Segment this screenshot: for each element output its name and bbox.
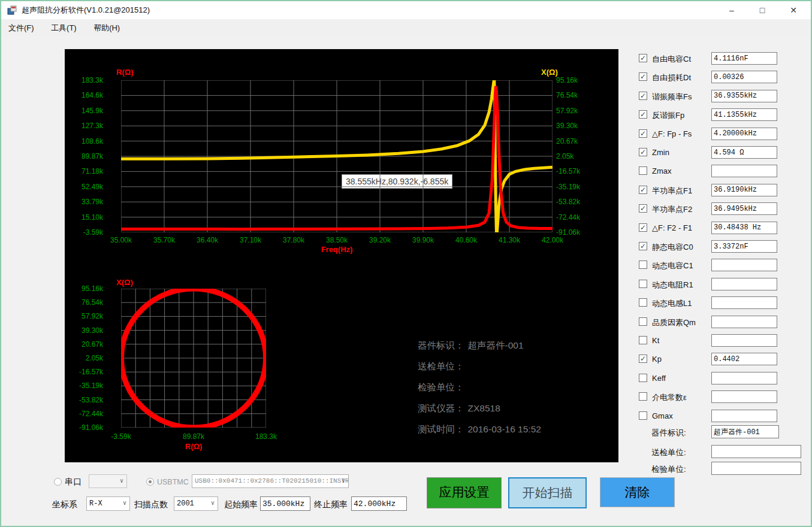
result-checkbox[interactable] bbox=[639, 166, 647, 175]
inspector-unit-input[interactable] bbox=[711, 462, 801, 475]
axis-tick-label: 183.3k bbox=[65, 76, 103, 84]
serial-port-select[interactable]: ∨ bbox=[89, 474, 127, 488]
menu-item-tools[interactable]: 工具(T) bbox=[44, 19, 84, 37]
result-value-input[interactable] bbox=[711, 240, 777, 253]
axis-tick-label: -72.44k bbox=[556, 213, 592, 222]
axis-tick-label: -16.57k bbox=[65, 368, 103, 376]
result-label: 品质因素Qm bbox=[652, 317, 696, 328]
result-checkbox[interactable]: ✓ bbox=[639, 72, 647, 81]
result-checkbox[interactable] bbox=[639, 374, 647, 382]
result-value-input[interactable] bbox=[711, 410, 777, 422]
result-value-input[interactable] bbox=[711, 222, 777, 234]
result-value-input[interactable] bbox=[711, 128, 777, 140]
usbtmc-address-select[interactable]: USB0::0x0471::0x2786::T020215010::INSTR∨ bbox=[192, 474, 349, 488]
title-bar: 超声阻抗分析软件(V1.0.21@201512) – □ ✕ bbox=[1, 1, 811, 19]
circle-chart[interactable] bbox=[121, 289, 266, 428]
sweep-points-select[interactable]: 2001∨ bbox=[174, 496, 218, 511]
axis-tick-label: 52.49k bbox=[65, 183, 103, 191]
result-checkbox[interactable] bbox=[639, 336, 647, 344]
axis-tick-label: 95.16k bbox=[556, 76, 592, 84]
result-checkbox[interactable]: ✓ bbox=[639, 242, 647, 250]
result-value-input[interactable] bbox=[711, 146, 777, 159]
result-value-input[interactable] bbox=[711, 259, 777, 271]
clear-button[interactable]: 清除 bbox=[600, 477, 675, 507]
usbtmc-radio[interactable] bbox=[146, 478, 154, 486]
result-label: 半功率点F1 bbox=[652, 186, 692, 196]
result-value-input[interactable] bbox=[711, 108, 777, 121]
result-label: 自由电容Ct bbox=[652, 54, 691, 65]
result-value-input[interactable] bbox=[711, 296, 777, 309]
sender-unit-input[interactable] bbox=[711, 445, 801, 458]
result-checkbox[interactable] bbox=[639, 280, 647, 288]
minimize-button[interactable]: – bbox=[717, 1, 747, 19]
result-value-input[interactable] bbox=[711, 71, 777, 83]
result-checkbox[interactable] bbox=[639, 261, 647, 269]
axis-tick-label: 41.30k bbox=[488, 236, 531, 244]
close-button[interactable]: ✕ bbox=[778, 1, 808, 19]
serial-radio[interactable] bbox=[54, 478, 62, 486]
result-label: 静态电容C0 bbox=[652, 242, 693, 253]
result-checkbox[interactable]: ✓ bbox=[639, 223, 647, 232]
impedance-chart[interactable] bbox=[121, 80, 553, 232]
menu-item-help[interactable]: 帮助(H) bbox=[86, 19, 127, 37]
info-sender-unit: 送检单位： bbox=[418, 360, 541, 381]
chevron-down-icon: ∨ bbox=[123, 497, 126, 510]
result-checkbox[interactable]: ✓ bbox=[639, 204, 647, 213]
info-instrument: 测试仪器：ZX8518 bbox=[418, 402, 541, 423]
result-value-input[interactable] bbox=[711, 372, 777, 384]
result-checkbox[interactable]: ✓ bbox=[639, 355, 647, 363]
app-window: 超声阻抗分析软件(V1.0.21@201512) – □ ✕ 文件(F) 工具(… bbox=[0, 0, 812, 527]
stop-freq-input[interactable] bbox=[351, 496, 407, 511]
axis-tick-label: -3.59k bbox=[97, 432, 145, 441]
result-checkbox[interactable]: ✓ bbox=[639, 148, 647, 156]
start-scan-button[interactable]: 开始扫描 bbox=[508, 477, 587, 508]
result-checkbox[interactable]: ✓ bbox=[639, 186, 647, 194]
coord-system-select[interactable]: R-X∨ bbox=[86, 496, 130, 511]
menu-item-file[interactable]: 文件(F) bbox=[1, 19, 41, 37]
result-checkbox[interactable]: ✓ bbox=[639, 54, 647, 62]
sweep-points-label: 扫描点数 bbox=[134, 499, 168, 510]
inspector-unit-label: 检验单位: bbox=[651, 464, 686, 475]
result-checkbox[interactable] bbox=[639, 298, 647, 307]
axis-tick-label: 76.54k bbox=[65, 298, 103, 307]
start-freq-input[interactable] bbox=[260, 496, 310, 511]
circle-x-axis-title: R(Ω) bbox=[121, 442, 266, 451]
result-checkbox[interactable]: ✓ bbox=[639, 110, 647, 119]
device-id-input[interactable] bbox=[711, 425, 779, 438]
usbtmc-label: USBTMC bbox=[157, 478, 189, 486]
axis-tick-label: 38.50k bbox=[315, 236, 358, 244]
maximize-button[interactable]: □ bbox=[747, 1, 777, 19]
result-value-input[interactable] bbox=[711, 334, 777, 347]
axis-tick-label: -53.82k bbox=[556, 198, 592, 206]
result-value-input[interactable] bbox=[711, 165, 777, 177]
result-checkbox[interactable] bbox=[639, 317, 647, 326]
device-id-label: 器件标识: bbox=[651, 428, 686, 438]
result-checkbox[interactable] bbox=[639, 411, 647, 420]
result-value-input[interactable] bbox=[711, 390, 777, 403]
result-value-input[interactable] bbox=[711, 90, 777, 102]
result-checkbox[interactable]: ✓ bbox=[639, 129, 647, 138]
result-value-input[interactable] bbox=[711, 353, 777, 365]
result-value-input[interactable] bbox=[711, 316, 777, 328]
axis-tick-label: 40.60k bbox=[445, 236, 488, 244]
axis-tick-label: -35.19k bbox=[65, 381, 103, 390]
axis-tick-label: 95.16k bbox=[65, 284, 103, 293]
info-device-id: 器件标识：超声器件-001 bbox=[418, 339, 541, 360]
result-checkbox[interactable] bbox=[639, 392, 647, 401]
result-value-input[interactable] bbox=[711, 278, 777, 290]
result-value-input[interactable] bbox=[711, 202, 777, 215]
result-value-input[interactable] bbox=[711, 52, 777, 65]
axis-tick-label: 2.05k bbox=[556, 152, 592, 160]
result-label: Zmax bbox=[652, 166, 672, 175]
axis-tick-label: 57.92k bbox=[65, 312, 103, 320]
apply-settings-button[interactable]: 应用设置 bbox=[427, 477, 502, 508]
axis-tick-label: 39.30k bbox=[556, 122, 592, 130]
start-freq-label: 起始频率 bbox=[224, 499, 258, 510]
serial-label: 串口 bbox=[65, 477, 81, 487]
result-value-input[interactable] bbox=[711, 184, 777, 196]
axis-tick-label: 36.40k bbox=[186, 236, 229, 244]
result-label: Kp bbox=[652, 355, 662, 364]
axis-tick-label: 35.00k bbox=[99, 236, 143, 244]
result-checkbox[interactable]: ✓ bbox=[639, 92, 647, 100]
axis-tick-label: 183.3k bbox=[242, 432, 290, 441]
